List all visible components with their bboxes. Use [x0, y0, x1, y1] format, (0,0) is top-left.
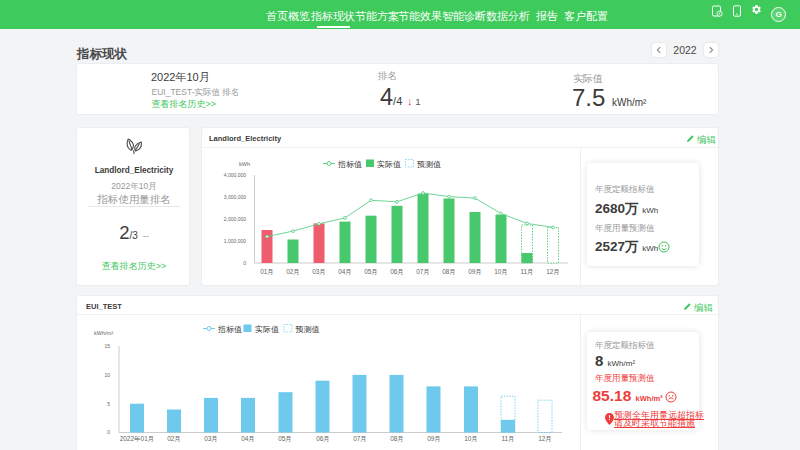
svg-text:kWh/m²: kWh/m²: [94, 330, 113, 336]
svg-text:04月: 04月: [241, 435, 255, 443]
svg-text:2,000,000: 2,000,000: [224, 216, 246, 222]
svg-text:08月: 08月: [390, 435, 404, 443]
svg-text:2022年01月: 2022年01月: [120, 435, 155, 443]
svg-text:15: 15: [104, 343, 110, 349]
svg-text:指标值: 指标值: [217, 325, 242, 334]
svg-text:kWh: kWh: [239, 161, 250, 167]
svg-text:0: 0: [243, 260, 246, 266]
svg-text:07月: 07月: [353, 435, 367, 443]
svg-text:03月: 03月: [312, 268, 326, 276]
svg-text:实际值: 实际值: [377, 160, 401, 169]
svg-text:09月: 09月: [468, 268, 482, 276]
svg-text:11月: 11月: [520, 268, 533, 276]
svg-text:12月: 12月: [546, 268, 560, 276]
svg-text:预测值: 预测值: [417, 160, 441, 169]
svg-text:12月: 12月: [538, 435, 552, 443]
svg-text:5: 5: [107, 401, 110, 407]
svg-text:0: 0: [107, 429, 110, 435]
svg-text:02月: 02月: [286, 268, 300, 276]
svg-text:实际值: 实际值: [255, 325, 279, 334]
svg-text:01月: 01月: [260, 268, 274, 276]
svg-text:10月: 10月: [494, 268, 508, 276]
svg-text:07月: 07月: [416, 268, 430, 276]
svg-text:03月: 03月: [204, 435, 218, 443]
svg-text:05月: 05月: [278, 435, 292, 443]
svg-text:05月: 05月: [364, 268, 378, 276]
svg-text:06月: 06月: [316, 435, 330, 443]
svg-text:指标值: 指标值: [337, 160, 362, 169]
svg-text:3,000,000: 3,000,000: [224, 194, 246, 200]
svg-text:4,000,000: 4,000,000: [224, 172, 246, 178]
svg-text:08月: 08月: [442, 268, 456, 276]
svg-text:02月: 02月: [167, 435, 181, 443]
svg-text:04月: 04月: [338, 268, 352, 276]
svg-text:09月: 09月: [427, 435, 441, 443]
svg-text:1,000,000: 1,000,000: [224, 238, 246, 244]
svg-text:06月: 06月: [390, 268, 404, 276]
svg-text:10月: 10月: [464, 435, 478, 443]
svg-text:预测值: 预测值: [296, 325, 320, 334]
svg-text:10: 10: [104, 372, 110, 378]
svg-text:11月: 11月: [501, 435, 514, 443]
